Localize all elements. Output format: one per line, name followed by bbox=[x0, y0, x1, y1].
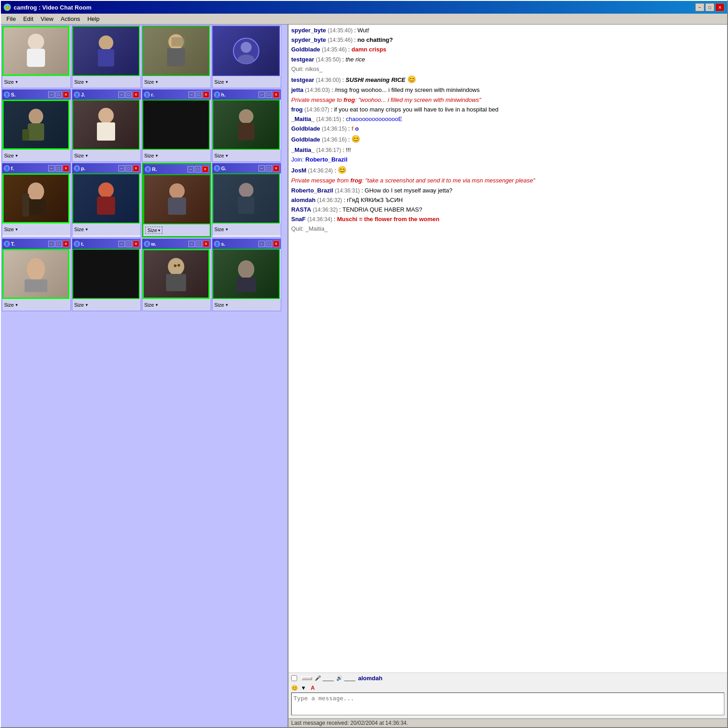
vid-restore-3-1[interactable]: □ bbox=[126, 241, 132, 247]
vid-minimize-3-2[interactable]: − bbox=[188, 241, 195, 247]
user-icon-3-0: 👤 bbox=[4, 241, 10, 247]
cam-placeholder-2-2 bbox=[144, 175, 210, 223]
size-dropdown-0-0[interactable]: Size ▼ bbox=[4, 79, 18, 85]
chat-messages[interactable]: spyder_byte (14:35:40) : Wut! spyder_byt… bbox=[288, 25, 727, 672]
menu-actions[interactable]: Actions bbox=[57, 15, 84, 23]
vid-close-1-3[interactable]: ✕ bbox=[273, 91, 279, 98]
vid-restore-2-3[interactable]: □ bbox=[266, 165, 272, 172]
size-dropdown-2-1[interactable]: Size ▼ bbox=[74, 227, 88, 232]
vid-close-2-1[interactable]: ✕ bbox=[133, 165, 139, 172]
size-dropdown-3-0[interactable]: Size ▼ bbox=[4, 302, 18, 308]
menu-help[interactable]: Help bbox=[84, 15, 103, 23]
vid-close-2-3[interactable]: ✕ bbox=[273, 165, 279, 172]
video-cell-2-0: 👤 f. − □ ✕ bbox=[2, 163, 71, 238]
size-dropdown-3-3[interactable]: Size ▼ bbox=[214, 302, 228, 308]
vid-restore-3-3[interactable]: □ bbox=[266, 241, 272, 247]
size-dropdown-1-1[interactable]: Size ▼ bbox=[74, 153, 88, 158]
close-button[interactable]: ✕ bbox=[715, 3, 724, 11]
vid-restore-1-1[interactable]: □ bbox=[126, 91, 132, 98]
vid-username-1-3: h. bbox=[221, 92, 258, 97]
vid-minimize-3-3[interactable]: − bbox=[258, 241, 265, 247]
chat-message-19: SnaF (14:36:34) : Muschi = the flower fr… bbox=[291, 215, 724, 223]
title-bar: 🐸 camfrog : Video Chat Room − □ ✕ bbox=[1, 1, 727, 14]
vid-restore-2-1[interactable]: □ bbox=[126, 165, 132, 172]
vid-minimize-1-3[interactable]: − bbox=[258, 91, 265, 98]
size-dropdown-0-3[interactable]: Size ▼ bbox=[214, 79, 228, 85]
size-label: Size bbox=[214, 302, 224, 308]
vid-restore-1-3[interactable]: □ bbox=[266, 91, 272, 98]
dropdown-arrow: ♥ bbox=[158, 228, 160, 233]
hands-free-control[interactable] bbox=[291, 675, 298, 681]
vid-close-1-1[interactable]: ✕ bbox=[133, 91, 139, 98]
vid-close-1-0[interactable]: ✕ bbox=[63, 91, 69, 98]
vid-minimize-1-0[interactable]: − bbox=[48, 91, 55, 98]
size-label: Size bbox=[147, 228, 157, 233]
size-dropdown-3-1[interactable]: Size ▼ bbox=[74, 302, 88, 308]
font-icon: A bbox=[311, 685, 315, 691]
chat-message-4: Quit: nikos_ bbox=[291, 65, 724, 73]
svg-rect-21 bbox=[97, 197, 115, 215]
chat-controls: 🎤 ____ 🔊 ____ alomdah bbox=[291, 675, 724, 682]
chat-text-input[interactable] bbox=[291, 693, 724, 715]
emoticons-button[interactable]: 😊 ▼ bbox=[291, 685, 306, 691]
emoticons-arrow: ▼ bbox=[301, 685, 306, 691]
video-frame-3-1 bbox=[72, 249, 140, 299]
vid-close-1-2[interactable]: ✕ bbox=[203, 91, 209, 98]
vid-username-3-0: T. bbox=[11, 241, 47, 247]
size-dropdown-0-1[interactable]: Size ▼ bbox=[74, 79, 88, 85]
vid-minimize-2-1[interactable]: − bbox=[118, 165, 125, 172]
size-dropdown-2-0[interactable]: Size ▼ bbox=[4, 227, 18, 232]
size-dropdown-2-2[interactable]: Size ♥ bbox=[145, 227, 162, 234]
emoji-smiley-3: 😊 bbox=[338, 166, 347, 174]
vid-close-3-3[interactable]: ✕ bbox=[273, 241, 279, 247]
vid-minimize-1-2[interactable]: − bbox=[188, 91, 195, 98]
menu-view[interactable]: View bbox=[37, 15, 57, 23]
size-dropdown-1-3[interactable]: Size ▼ bbox=[214, 153, 228, 158]
video-cell-1-1: 👤 J. − □ ✕ bbox=[72, 89, 141, 162]
vid-restore-3-2[interactable]: □ bbox=[196, 241, 202, 247]
cam-placeholder-3-0 bbox=[4, 250, 68, 298]
vid-restore-1-2[interactable]: □ bbox=[196, 91, 202, 98]
vid-minimize-3-0[interactable]: − bbox=[48, 241, 55, 247]
vid-username-1-0: S. bbox=[11, 92, 47, 97]
maximize-button[interactable]: □ bbox=[705, 3, 714, 11]
svg-point-15 bbox=[239, 109, 253, 124]
vid-minimize-2-3[interactable]: − bbox=[258, 165, 265, 172]
chat-message-7: Private message to frog: "woohoo... i fi… bbox=[291, 96, 724, 104]
vid-minimize-3-1[interactable]: − bbox=[118, 241, 125, 247]
size-dropdown-1-0[interactable]: Size ▼ bbox=[4, 153, 18, 158]
menu-edit[interactable]: Edit bbox=[20, 15, 37, 23]
video-cell-1-3: 👤 h. − □ ✕ bbox=[212, 89, 281, 162]
vid-close-3-2[interactable]: ✕ bbox=[203, 241, 209, 247]
vid-close-3-0[interactable]: ✕ bbox=[63, 241, 69, 247]
vid-minimize-1-1[interactable]: − bbox=[118, 91, 125, 98]
talk-button[interactable] bbox=[301, 677, 312, 680]
vid-restore-3-0[interactable]: □ bbox=[56, 241, 62, 247]
vid-close-3-1[interactable]: ✕ bbox=[133, 241, 139, 247]
menu-file[interactable]: File bbox=[3, 15, 20, 23]
vid-restore-2-0[interactable]: □ bbox=[56, 165, 62, 172]
size-dropdown-3-2[interactable]: Size ▼ bbox=[144, 302, 158, 308]
svg-rect-1 bbox=[27, 49, 45, 67]
svg-point-8 bbox=[241, 42, 252, 53]
svg-point-29 bbox=[174, 264, 177, 267]
dropdown-arrow: ▼ bbox=[225, 80, 228, 84]
vid-restore-2-2[interactable]: □ bbox=[195, 166, 201, 172]
chat-message-6: jetta (14:36:03) : /msg frog woohoo... i… bbox=[291, 86, 724, 94]
vid-restore-1-0[interactable]: □ bbox=[56, 91, 62, 98]
size-dropdown-0-2[interactable]: Size ▼ bbox=[144, 79, 158, 85]
vid-minimize-2-2[interactable]: − bbox=[187, 166, 194, 172]
video-frame-1-0 bbox=[2, 100, 70, 150]
video-cell-2-2: 👤 R. − □ ✕ bbox=[142, 163, 211, 238]
video-header-2-2: 👤 R. − □ ✕ bbox=[143, 164, 210, 174]
vid-minimize-2-0[interactable]: − bbox=[48, 165, 55, 172]
size-dropdown-1-2[interactable]: Size ▼ bbox=[144, 153, 158, 158]
vid-close-2-0[interactable]: ✕ bbox=[63, 165, 69, 172]
emoji-smiley-1: 😊 bbox=[407, 76, 416, 83]
dropdown-arrow: ▼ bbox=[225, 154, 228, 158]
vid-close-2-2[interactable]: ✕ bbox=[202, 166, 208, 172]
size-dropdown-2-3[interactable]: Size ▼ bbox=[214, 227, 228, 232]
font-button[interactable]: A bbox=[311, 685, 316, 691]
hands-free-checkbox[interactable] bbox=[291, 675, 297, 681]
minimize-button[interactable]: − bbox=[695, 3, 704, 11]
